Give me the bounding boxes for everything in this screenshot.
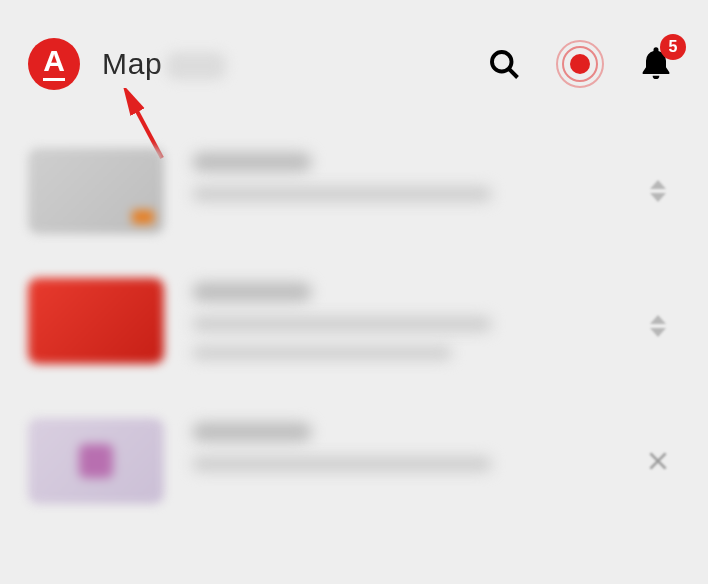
notifications-button[interactable]: 5 [632, 40, 680, 88]
list-item[interactable] [28, 260, 680, 400]
blurred-line [192, 316, 492, 332]
app-logo[interactable]: A [28, 38, 80, 90]
svg-line-1 [509, 69, 517, 77]
search-button[interactable] [480, 40, 528, 88]
close-icon [645, 448, 671, 474]
blurred-line [192, 456, 492, 472]
page-title-blurred [166, 52, 226, 80]
notification-badge: 5 [660, 34, 686, 60]
dismiss-button[interactable] [636, 448, 680, 474]
list-item[interactable] [28, 400, 680, 530]
svg-point-0 [492, 52, 512, 72]
list-item[interactable] [28, 130, 680, 260]
card-thumbnail [28, 418, 164, 504]
list-item-text [192, 278, 636, 374]
blurred-line [192, 346, 452, 360]
list-item-text [192, 148, 636, 216]
record-icon [570, 54, 590, 74]
cards-list [0, 100, 708, 530]
reorder-handle[interactable] [636, 180, 680, 202]
app-header: A Мар 5 [0, 0, 708, 100]
list-item-text [192, 418, 636, 486]
card-thumbnail [28, 148, 164, 234]
blurred-title [192, 152, 312, 172]
blurred-title [192, 282, 312, 302]
search-icon [486, 46, 522, 82]
blurred-line [192, 186, 492, 202]
card-thumbnail [28, 278, 164, 364]
reorder-handle[interactable] [636, 315, 680, 337]
header-actions: 5 [480, 40, 680, 88]
sort-icon [650, 315, 666, 337]
sort-icon [650, 180, 666, 202]
app-logo-letter: A [43, 47, 65, 81]
blurred-title [192, 422, 312, 442]
page-title: Мар [102, 47, 226, 81]
page-title-text: Мар [102, 47, 162, 80]
record-button[interactable] [556, 40, 604, 88]
